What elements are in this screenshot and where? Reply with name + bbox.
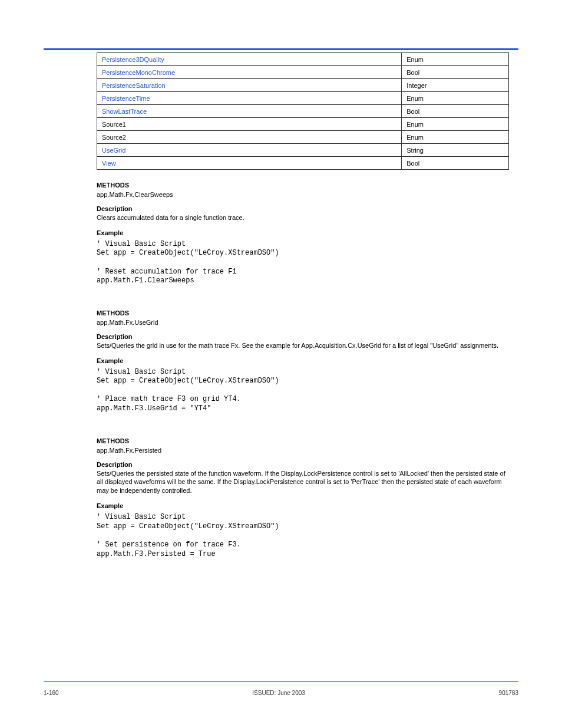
table-row: PersistenceTimeEnum <box>97 92 509 105</box>
bottom-rule <box>44 681 518 682</box>
table-cell-type: Bool <box>402 66 509 79</box>
top-rule <box>44 48 518 50</box>
method-heading: METHODS <box>97 437 509 444</box>
table-cell-type: String <box>402 144 509 157</box>
method-signature: app.Math.Fx.ClearSweeps <box>97 191 509 198</box>
description-label: Description <box>97 333 509 340</box>
method-signature: app.Math.Fx.UseGrid <box>97 319 509 326</box>
table-row: Persistence3DQualityEnum <box>97 53 509 66</box>
example-label: Example <box>97 357 509 364</box>
example-label: Example <box>97 502 509 509</box>
table-cell-name: PersistenceMonoChrome <box>97 66 402 79</box>
method-heading: METHODS <box>97 182 509 189</box>
methods-table: Persistence3DQualityEnumPersistenceMonoC… <box>97 52 509 170</box>
table-cell-type: Bool <box>402 105 509 118</box>
table-cell-name: Source2 <box>97 131 402 144</box>
description-text: Sets/Queries the persisted state of the … <box>97 469 509 496</box>
table-cell-name: ShowLastTrace <box>97 105 402 118</box>
table-cell-type: Enum <box>402 92 509 105</box>
description-label: Description <box>97 461 509 468</box>
footer-center: ISSUED: June 2003 <box>252 690 305 696</box>
method-block: METHODSapp.Math.Fx.UseGridDescriptionSet… <box>97 309 509 414</box>
table-link[interactable]: Persistence3DQuality <box>102 56 164 63</box>
table-link[interactable]: UseGrid <box>102 147 125 154</box>
table-link[interactable]: PersistenceTime <box>102 95 150 102</box>
footer-right: 901783 <box>499 690 518 696</box>
example-label: Example <box>97 229 509 236</box>
table-row: PersistenceMonoChromeBool <box>97 66 509 79</box>
example-code: ' Visual Basic Script Set app = CreateOb… <box>97 368 509 414</box>
example-code: ' Visual Basic Script Set app = CreateOb… <box>97 513 509 559</box>
table-cell-type: Integer <box>402 79 509 92</box>
table-row: ViewBool <box>97 157 509 170</box>
table-row: UseGridString <box>97 144 509 157</box>
table-cell-name: PersistenceTime <box>97 92 402 105</box>
table-row: Source2Enum <box>97 131 509 144</box>
table-cell-name: Source1 <box>97 118 402 131</box>
table-cell-type: Enum <box>402 53 509 66</box>
method-heading: METHODS <box>97 309 509 317</box>
table-link[interactable]: ShowLastTrace <box>102 108 147 115</box>
table-cell-name: Persistence3DQuality <box>97 53 402 66</box>
table-link[interactable]: PersistenceSaturation <box>102 82 166 89</box>
method-block: METHODSapp.Math.Fx.PersistedDescriptionS… <box>97 437 509 559</box>
example-code: ' Visual Basic Script Set app = CreateOb… <box>97 240 509 286</box>
table-cell-name: PersistenceSaturation <box>97 79 402 92</box>
table-row: Source1Enum <box>97 118 509 131</box>
method-signature: app.Math.Fx.Persisted <box>97 447 509 454</box>
method-block: METHODSapp.Math.Fx.ClearSweepsDescriptio… <box>97 182 509 286</box>
table-row: PersistenceSaturationInteger <box>97 79 509 92</box>
table-link[interactable]: PersistenceMonoChrome <box>102 69 175 76</box>
page-footer: 1-160 ISSUED: June 2003 901783 <box>44 690 518 696</box>
table-cell-name: UseGrid <box>97 144 402 157</box>
table-row: ShowLastTraceBool <box>97 105 509 118</box>
table-cell-type: Enum <box>402 131 509 144</box>
description-label: Description <box>97 205 509 212</box>
description-text: Clears accumulated data for a single fun… <box>97 213 509 222</box>
table-cell-type: Bool <box>402 157 509 170</box>
table-link[interactable]: View <box>102 160 116 167</box>
description-text: Sets/Queries the grid in use for the mat… <box>97 341 509 350</box>
table-cell-name: View <box>97 157 402 170</box>
footer-left: 1-160 <box>44 690 59 696</box>
table-cell-type: Enum <box>402 118 509 131</box>
